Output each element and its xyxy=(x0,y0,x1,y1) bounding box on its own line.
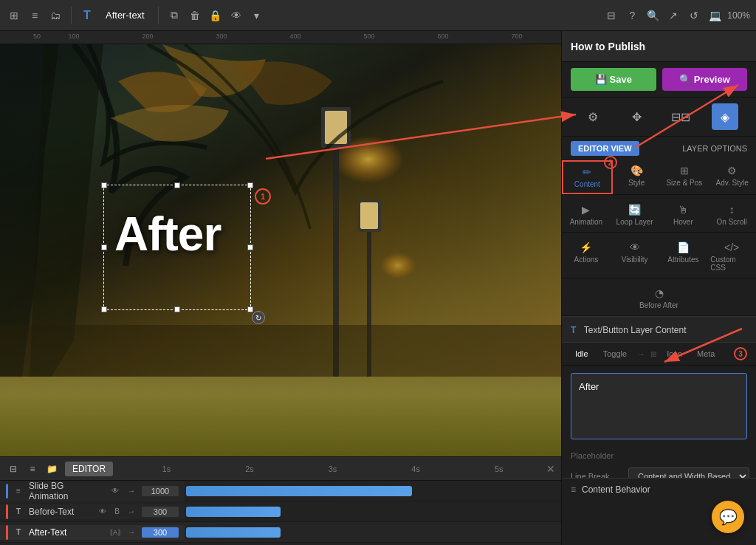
responsive-icon[interactable]: ⊟ xyxy=(603,7,619,24)
save-button[interactable]: 💾 Save xyxy=(571,68,656,91)
handle-br[interactable] xyxy=(247,306,253,312)
section-title-icon: T xyxy=(571,325,576,335)
placeholder-label: Placeholder xyxy=(571,451,614,460)
undo-icon[interactable]: ↺ xyxy=(686,7,702,24)
track-row-before-text: T Before-Text 👁 B → 300 xyxy=(0,501,561,522)
preview-button[interactable]: 🔍 Preview xyxy=(662,68,748,91)
app-container: ⊞ ≡ 🗂 T After-text ⧉ 🗑 🔒 👁 ▾ ⊟ ? 🔍 ↗ ↺ 💻… xyxy=(0,0,756,545)
timeline-tracks: ≡ Slide BG Animation 👁 → 1000 xyxy=(0,481,561,545)
tab-before-after[interactable]: ◔ Before After xyxy=(562,283,756,315)
beforeafter-tab-label: Before After xyxy=(639,301,678,309)
handle-tr[interactable] xyxy=(247,182,253,188)
ruler-mark-700: 700 xyxy=(511,32,522,40)
tab-hover[interactable]: 🖱 Hover xyxy=(659,199,708,232)
timeline-close-btn[interactable]: ✕ xyxy=(546,463,555,475)
cursor-icon[interactable]: ↗ xyxy=(665,7,681,24)
help-icon[interactable]: ? xyxy=(624,7,640,24)
content-tabs-row-2: ▶ Animation 🔄 Loop Layer 🖱 Hover ↕ On Sc… xyxy=(562,199,756,233)
layers-icon-btn[interactable]: ⊟⊟ xyxy=(667,103,694,130)
search-icon[interactable]: 🔍 xyxy=(645,7,661,24)
rotate-handle[interactable]: ↻ xyxy=(252,311,265,324)
track-name-before-text: Before-Text xyxy=(29,507,92,517)
line-break-select[interactable]: Content and Width Based Manual Auto xyxy=(628,467,749,478)
content-tabs-row-3: ⚡ Actions 👁 Visibility 📄 Attributes </> … xyxy=(562,237,756,278)
chat-button[interactable]: 💬 xyxy=(712,501,744,533)
settings-icon-btn[interactable]: ⚙ xyxy=(580,103,606,130)
panel-title: How to Publish xyxy=(571,41,645,52)
timeline-list-btn[interactable]: ≡ xyxy=(25,462,40,476)
handle-lm[interactable] xyxy=(101,244,107,250)
tab-loop-layer[interactable]: 🔄 Loop Layer xyxy=(611,199,659,232)
grid-icon[interactable]: ⊞ xyxy=(6,7,22,24)
timeline-grid-btn[interactable]: ⊟ xyxy=(6,462,21,476)
tab-style[interactable]: 🎨 Style xyxy=(613,160,661,194)
sub-tab-toggle[interactable]: Toggle xyxy=(599,348,631,360)
hover-tab-label: Hover xyxy=(673,218,693,226)
main-area: 50 100 200 300 400 500 600 700 xyxy=(0,31,756,545)
tab-adv-style[interactable]: ⚙ Adv. Style xyxy=(708,160,756,194)
active-icon-btn[interactable]: ◈ xyxy=(712,103,738,130)
ruler-mark-200: 200 xyxy=(142,32,153,40)
delete-icon[interactable]: 🗑 xyxy=(187,7,203,24)
handle-tl[interactable] xyxy=(101,182,107,188)
editor-mode-btn[interactable]: EDITOR xyxy=(65,462,113,476)
attr-tab-icon: 📄 xyxy=(677,241,690,253)
layer-name-label: After-text xyxy=(100,10,151,21)
content-textarea[interactable] xyxy=(571,373,747,439)
tab-content[interactable]: ✏ Content 2 xyxy=(562,160,613,194)
track-icon-slide: ≡ xyxy=(13,485,24,497)
ruler-mark-500: 500 xyxy=(363,32,374,40)
handle-bl[interactable] xyxy=(101,306,107,312)
handle-bm[interactable] xyxy=(174,306,180,312)
tab-custom-css[interactable]: </> Custom CSS xyxy=(707,237,756,278)
tab-actions[interactable]: ⚡ Actions xyxy=(562,237,611,278)
canvas-wrapper[interactable]: ↻ After 1 xyxy=(0,44,561,456)
track-value-after-text[interactable]: 300 xyxy=(142,527,179,538)
search-icon-preview: 🔍 xyxy=(679,74,691,85)
section-header-behavior: ≡ Content Behavior xyxy=(571,484,747,495)
timeline: ⊟ ≡ 📁 EDITOR 1s 2s 3s 4s 5s ✕ xyxy=(0,456,561,545)
sub-tab-idle[interactable]: Idle xyxy=(571,348,593,360)
track-label-before-text: T Before-Text 👁 B → 300 xyxy=(0,504,185,519)
sizepos-tab-icon: ⊞ xyxy=(680,165,689,176)
track-arr-after[interactable]: → xyxy=(126,527,137,538)
preview-label: Preview xyxy=(694,74,730,85)
track-arr-before[interactable]: → xyxy=(126,506,137,518)
ruler-mark-50: 50 xyxy=(33,32,41,40)
tab-on-scroll[interactable]: ↕ On Scroll xyxy=(707,199,756,232)
device-icon[interactable]: 💻 xyxy=(707,7,723,24)
lock-icon[interactable]: 🔒 xyxy=(207,7,224,24)
track-value-slide-bg[interactable]: 1000 xyxy=(142,486,179,496)
tab-size-pos[interactable]: ⊞ Size & Pos xyxy=(661,160,709,194)
track-eye-slide[interactable]: 👁 xyxy=(109,485,121,497)
layers-icon[interactable]: 🗂 xyxy=(47,7,63,24)
handle-tm[interactable] xyxy=(174,182,180,188)
canvas-text-after[interactable]: After xyxy=(114,207,221,261)
track-timeline-before[interactable] xyxy=(185,501,561,521)
tab-visibility[interactable]: 👁 Visibility xyxy=(611,237,659,278)
panel-header: How to Publish xyxy=(562,31,756,62)
move-icon-btn[interactable]: ✥ xyxy=(624,103,650,130)
copy-icon[interactable]: ⧉ xyxy=(166,7,182,24)
text-content-area: Placeholder Line Break Content and Width… xyxy=(562,366,756,478)
ruler: 50 100 200 300 400 500 600 700 xyxy=(0,31,561,44)
track-value-before-text[interactable]: 300 xyxy=(142,507,179,517)
list-icon[interactable]: ≡ xyxy=(27,7,43,24)
track-eye-before[interactable]: 👁 xyxy=(97,506,109,518)
eye-icon[interactable]: 👁 xyxy=(228,7,244,24)
right-panel: How to Publish 💾 Save 🔍 Preview ⚙ ✥ ⊟⊟ ◈ xyxy=(561,31,756,545)
track-timeline-slide-bg[interactable] xyxy=(185,481,561,501)
timeline-header: ⊟ ≡ 📁 EDITOR 1s 2s 3s 4s 5s ✕ xyxy=(0,457,561,481)
tab-animation[interactable]: ▶ Animation xyxy=(562,199,611,232)
track-timeline-after[interactable] xyxy=(185,522,561,542)
tab-attributes[interactable]: 📄 Attributes xyxy=(659,237,708,278)
sub-tab-icon[interactable]: Icon xyxy=(662,348,687,360)
timeline-folder-btn[interactable]: 📁 xyxy=(44,462,59,476)
ruler-mark-600: 600 xyxy=(437,32,448,40)
sub-tab-meta[interactable]: Meta xyxy=(693,348,719,360)
track-arrow-slide[interactable]: → xyxy=(126,485,137,497)
time-1s: 1s xyxy=(125,465,208,473)
handle-rm[interactable] xyxy=(247,244,253,250)
zoom-label: 100% xyxy=(727,10,750,21)
more-icon[interactable]: ▾ xyxy=(249,7,265,24)
